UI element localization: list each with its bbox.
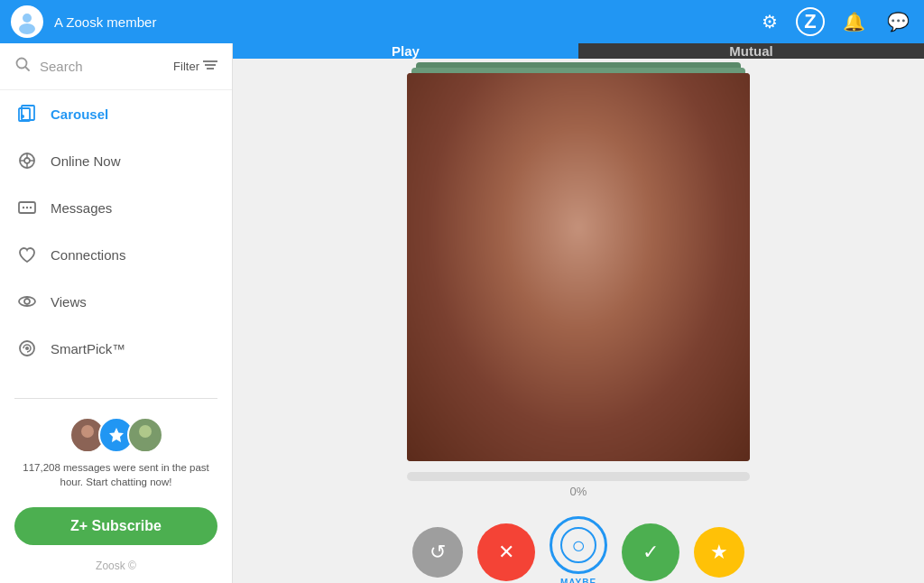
sidebar-item-online-now[interactable]: Online Now <box>0 137 232 184</box>
subscribe-button[interactable]: Z+ Subscribe <box>14 507 217 545</box>
sidebar-promo: 117,208 messages were sent in the past h… <box>0 406 232 500</box>
carousel-icon <box>16 103 38 125</box>
profile-card[interactable] <box>407 73 750 461</box>
no-button[interactable]: ✕ <box>477 523 535 581</box>
yes-button[interactable]: ✓ <box>622 523 679 581</box>
sidebar-divider <box>14 398 217 399</box>
svg-point-23 <box>25 347 29 350</box>
card-area: 0% ↺ ✕ ○ MAYBE ✓ ★ <box>233 59 924 583</box>
star-button[interactable]: ★ <box>694 527 744 578</box>
tab-play-label: Play <box>392 43 420 59</box>
carousel-label: Carousel <box>51 106 108 122</box>
online-now-icon <box>16 150 38 171</box>
messages-icon[interactable]: 💬 <box>887 11 910 32</box>
sidebar: Search Filter <box>0 43 233 583</box>
svg-point-1 <box>19 23 35 34</box>
zoosk-logo-icon[interactable]: Z <box>796 7 825 36</box>
header-right-icons: 🔔 💬 <box>839 11 913 32</box>
connections-label: Connections <box>51 247 125 263</box>
search-icon <box>14 56 31 77</box>
content-area: Play Mutual 0% ↺ <box>233 43 924 583</box>
no-icon: ✕ <box>498 541 514 564</box>
filter-button[interactable]: Filter <box>173 60 217 73</box>
maybe-button[interactable]: ○ <box>550 516 607 574</box>
search-label[interactable]: Search <box>40 59 164 74</box>
svg-point-25 <box>77 439 98 451</box>
app-header: A Zoosk member ⚙ Z 🔔 💬 <box>0 0 924 43</box>
yes-icon: ✓ <box>642 541 659 564</box>
tab-mutual-label: Mutual <box>729 43 772 59</box>
header-username: A Zoosk member <box>54 14 747 30</box>
svg-line-3 <box>26 68 30 71</box>
progress-bar-container <box>407 472 750 481</box>
promo-text: 117,208 messages were sent in the past h… <box>14 460 217 489</box>
profile-card-stack <box>407 73 750 461</box>
svg-point-17 <box>23 207 24 208</box>
main-layout: Search Filter <box>0 43 924 583</box>
svg-point-19 <box>30 207 32 208</box>
svg-point-2 <box>17 59 27 69</box>
gear-icon[interactable]: ⚙ <box>762 11 778 32</box>
connections-icon <box>16 244 38 265</box>
svg-point-21 <box>24 299 30 304</box>
svg-point-26 <box>139 425 152 438</box>
svg-point-0 <box>23 14 32 23</box>
filter-icon <box>203 60 217 73</box>
star-icon: ★ <box>710 541 728 564</box>
tab-mutual[interactable]: Mutual <box>578 43 924 59</box>
sidebar-nav: Carousel Online Now <box>0 90 232 391</box>
undo-button[interactable]: ↺ <box>412 527 463 578</box>
progress-label: 0% <box>570 485 587 498</box>
sidebar-item-smartpick[interactable]: SmartPick™ <box>0 325 232 372</box>
maybe-label: MAYBE <box>560 578 596 583</box>
views-icon <box>16 291 38 312</box>
sidebar-item-messages[interactable]: Messages <box>0 184 232 231</box>
promo-avatars <box>14 417 217 453</box>
action-buttons: ↺ ✕ ○ MAYBE ✓ ★ <box>412 516 744 583</box>
maybe-icon: ○ <box>560 527 596 563</box>
sidebar-item-connections[interactable]: Connections <box>0 231 232 278</box>
maybe-wrap: ○ MAYBE <box>550 516 607 583</box>
svg-point-11 <box>24 158 30 163</box>
views-label: Views <box>51 294 87 310</box>
tab-play[interactable]: Play <box>233 43 578 59</box>
online-now-label: Online Now <box>51 153 121 169</box>
promo-avatar-2 <box>127 417 163 453</box>
svg-rect-7 <box>19 108 30 121</box>
smartpick-icon <box>16 338 38 359</box>
content-tabs: Play Mutual <box>233 43 924 59</box>
svg-point-18 <box>26 207 28 208</box>
notification-bell-icon[interactable]: 🔔 <box>843 11 865 32</box>
undo-icon: ↺ <box>430 541 446 564</box>
sidebar-footer: Zoosk © <box>0 552 232 583</box>
messages-nav-icon <box>16 197 38 218</box>
svg-point-9 <box>21 115 24 118</box>
svg-point-24 <box>81 425 94 438</box>
user-avatar[interactable] <box>11 5 43 38</box>
search-row: Search Filter <box>0 43 232 90</box>
messages-label: Messages <box>51 200 112 216</box>
smartpick-label: SmartPick™ <box>51 341 125 356</box>
filter-label: Filter <box>173 60 199 73</box>
profile-photo <box>407 73 750 461</box>
sidebar-item-carousel[interactable]: Carousel <box>0 90 232 137</box>
sidebar-item-views[interactable]: Views <box>0 278 232 325</box>
svg-point-27 <box>134 439 156 451</box>
